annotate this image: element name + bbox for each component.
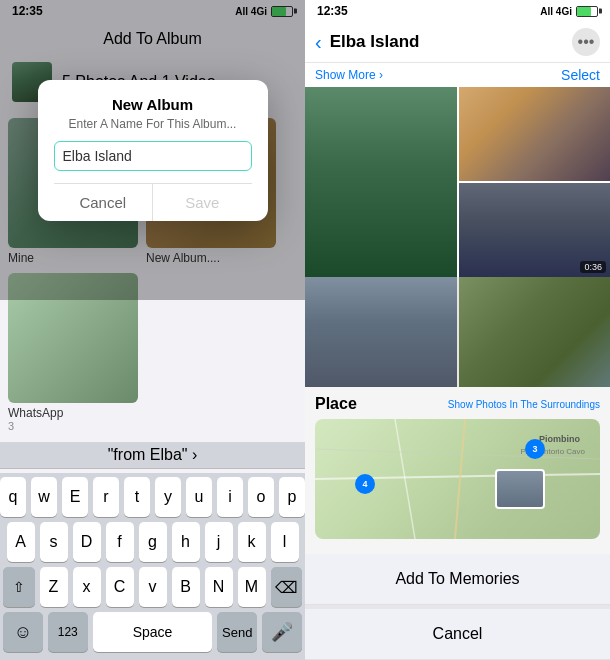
album-count-wa: 3 — [8, 420, 138, 432]
key-f[interactable]: f — [106, 522, 134, 562]
modal-subtitle: Enter A Name For This Album... — [54, 117, 252, 131]
photos-grid-bottom — [305, 277, 610, 387]
signal-right: All 4Gi — [540, 6, 572, 17]
key-m[interactable]: M — [238, 567, 266, 607]
space-key[interactable]: Space — [93, 612, 213, 652]
album-name-wa: WhatsApp — [8, 406, 138, 420]
keyboard-row-2: A s D f g h j k l — [3, 522, 302, 562]
key-b[interactable]: B — [172, 567, 200, 607]
album-name-input[interactable] — [54, 141, 252, 171]
key-p[interactable]: p — [279, 477, 305, 517]
send-key[interactable]: Send — [217, 612, 257, 652]
key-r[interactable]: r — [93, 477, 119, 517]
keyboard-row-3: ⇧ Z x C v B N M ⌫ — [3, 567, 302, 607]
key-s[interactable]: s — [40, 522, 68, 562]
key-w[interactable]: w — [31, 477, 57, 517]
key-q[interactable]: q — [0, 477, 26, 517]
photo-small-right[interactable] — [459, 277, 611, 387]
more-button[interactable]: ••• — [572, 28, 600, 56]
photo-top-right[interactable] — [459, 87, 611, 181]
time-right: 12:35 — [317, 4, 348, 18]
photo-large[interactable] — [305, 87, 457, 277]
key-k[interactable]: k — [238, 522, 266, 562]
right-panel: 12:35 All 4Gi ‹ Elba Island ••• Show Mor… — [305, 0, 610, 660]
keyboard-bottom-row: ☺ 123 Space Send 🎤 — [3, 612, 302, 652]
place-title: Place — [315, 395, 357, 413]
map-pin-4: 4 — [355, 474, 375, 494]
map-pin-3: 3 — [525, 439, 545, 459]
photo-small-left[interactable] — [305, 277, 457, 387]
key-c[interactable]: C — [106, 567, 134, 607]
key-o[interactable]: o — [248, 477, 274, 517]
action-sheet: Add To Memories Cancel — [305, 554, 610, 660]
right-album-title: Elba Island — [330, 32, 564, 52]
svg-line-2 — [455, 419, 465, 539]
key-d[interactable]: D — [73, 522, 101, 562]
key-j[interactable]: j — [205, 522, 233, 562]
photo-bottom-right[interactable]: 0:36 — [459, 183, 611, 277]
modal-save-button[interactable]: Save — [152, 184, 252, 221]
key-h[interactable]: h — [172, 522, 200, 562]
key-t[interactable]: t — [124, 477, 150, 517]
modal-title: New Album — [54, 96, 252, 113]
suggestion-bar: "from Elba" › — [0, 442, 305, 469]
key-x[interactable]: x — [73, 567, 101, 607]
key-v[interactable]: v — [139, 567, 167, 607]
modal-buttons: Cancel Save — [54, 183, 252, 221]
key-a[interactable]: A — [7, 522, 35, 562]
num-key[interactable]: 123 — [48, 612, 88, 652]
battery-icon-right — [576, 6, 598, 17]
suggestion-item[interactable]: "from Elba" › — [108, 446, 198, 464]
modal-box: New Album Enter A Name For This Album...… — [38, 80, 268, 221]
photos-grid-top: 0:36 — [305, 87, 610, 277]
more-icon: ••• — [578, 33, 595, 51]
key-z[interactable]: Z — [40, 567, 68, 607]
show-more-link[interactable]: Show More › — [315, 68, 383, 82]
status-icons-right: All 4Gi — [540, 6, 598, 17]
video-duration-badge: 0:36 — [580, 261, 606, 273]
key-y[interactable]: y — [155, 477, 181, 517]
action-sheet-cancel-button[interactable]: Cancel — [305, 605, 610, 660]
emoji-key[interactable]: ☺ — [3, 612, 43, 652]
key-l[interactable]: l — [271, 522, 299, 562]
map-label-piombino: Piombino — [539, 434, 580, 444]
add-to-memories-button[interactable]: Add To Memories — [305, 554, 610, 605]
select-button[interactable]: Select — [561, 67, 600, 83]
mic-key[interactable]: 🎤 — [262, 612, 302, 652]
modal-cancel-button[interactable]: Cancel — [54, 184, 153, 221]
status-bar-right: 12:35 All 4Gi — [305, 0, 610, 22]
key-n[interactable]: N — [205, 567, 233, 607]
svg-line-1 — [395, 419, 415, 539]
place-section: Place Show Photos In The Surroundings Pi… — [305, 387, 610, 543]
place-header: Place Show Photos In The Surroundings — [315, 395, 600, 413]
map-container[interactable]: Piombino Promontorio Cavo 3 4 — [315, 419, 600, 539]
delete-key[interactable]: ⌫ — [271, 567, 303, 607]
key-i[interactable]: i — [217, 477, 243, 517]
shift-key[interactable]: ⇧ — [3, 567, 35, 607]
back-button[interactable]: ‹ — [315, 31, 322, 54]
right-header: ‹ Elba Island ••• — [305, 22, 610, 63]
modal-overlay: New Album Enter A Name For This Album...… — [0, 0, 305, 300]
key-u[interactable]: u — [186, 477, 212, 517]
keyboard: q w E r t y u i o p A s D f g h j k l ⇧ … — [0, 473, 305, 660]
album-subtitle-row: Show More › Select — [305, 63, 610, 87]
map-photo-thumbnail — [495, 469, 545, 509]
left-panel: 12:35 All 4Gi Add To Album 5 Photos And … — [0, 0, 305, 660]
show-surroundings-link[interactable]: Show Photos In The Surroundings — [448, 399, 600, 410]
key-e[interactable]: E — [62, 477, 88, 517]
keyboard-row-1: q w E r t y u i o p — [3, 477, 302, 517]
key-g[interactable]: g — [139, 522, 167, 562]
